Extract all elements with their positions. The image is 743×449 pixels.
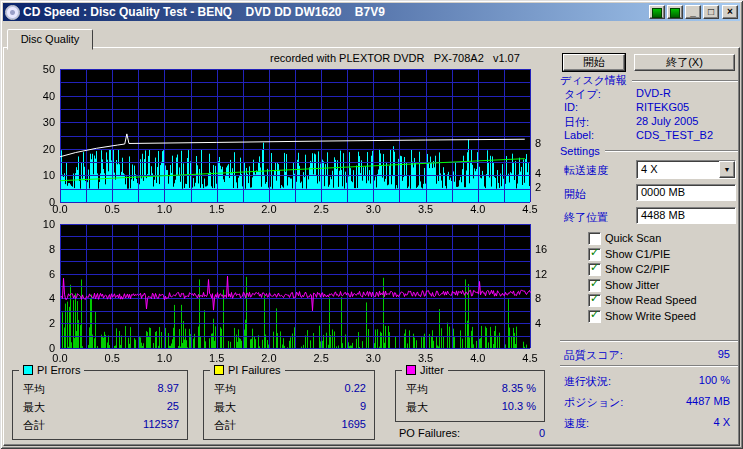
speed-label: 転送速度	[564, 163, 608, 178]
speed-status-value: 4 X	[560, 416, 730, 428]
speed-select[interactable]: 4 X ▼	[636, 160, 736, 179]
settings-header: Settings	[560, 145, 738, 157]
disc-info-header: ディスク情報	[560, 73, 738, 88]
checkbox-label: Quick Scan	[605, 232, 661, 244]
jitter-legend-box: Jitter 平均8.35 % 最大10.3 %	[395, 370, 545, 422]
po-failures-label: PO Failures:	[399, 427, 460, 439]
checkbox-box[interactable]: ✓	[588, 279, 601, 292]
check-icon: ✓	[590, 261, 599, 274]
settings-header-text: Settings	[560, 145, 600, 157]
disc-label-label: Label:	[564, 129, 594, 141]
checkbox-box[interactable]: ✓	[588, 310, 601, 323]
stat-label: 平均	[23, 382, 45, 397]
po-failures-value: 0	[539, 427, 545, 439]
stat-value: 25	[167, 400, 179, 412]
pi-failures-legend-box: PI Failures 平均0.22 最大9 合計1695	[203, 370, 375, 440]
separator	[560, 365, 738, 367]
app-cd-icon	[5, 5, 20, 20]
pi-failures-swatch	[214, 365, 224, 375]
exit-button[interactable]: 終了(X)	[634, 54, 735, 71]
disc-id-label: ID:	[564, 101, 578, 113]
check-icon: ✓	[590, 246, 599, 259]
checkbox-box[interactable]: ✓	[588, 263, 601, 276]
disc-id-value: RITEKG05	[636, 101, 689, 113]
pi-errors-swatch	[23, 365, 33, 375]
maximize-button[interactable]: □	[703, 5, 719, 19]
stat-value: 10.3 %	[502, 400, 536, 412]
position-value: 4487 MB	[560, 395, 730, 407]
jitter-swatch	[406, 365, 416, 375]
separator	[560, 340, 738, 342]
checkbox-box[interactable]: ✓	[588, 294, 601, 307]
disc-info-header-text: ディスク情報	[560, 73, 627, 88]
tab-disc-quality[interactable]: Disc Quality	[7, 29, 93, 50]
stat-value: 8.97	[158, 382, 179, 394]
window-title: CD Speed : Disc Quality Test - BENQ DVD …	[23, 3, 647, 21]
legend-title-text: Jitter	[420, 364, 444, 376]
stat-value: 1695	[342, 418, 366, 430]
titlebar-extra-icon-1[interactable]	[649, 5, 665, 19]
start-pos-input[interactable]: 0000 MB	[636, 184, 736, 201]
checkbox-label: Show Write Speed	[605, 310, 696, 322]
stat-value: 9	[360, 400, 366, 412]
pi-errors-legend-title: PI Errors	[19, 364, 84, 376]
stat-label: 平均	[214, 382, 236, 397]
legend-title-text: PI Errors	[37, 364, 80, 376]
legend-title-text: PI Failures	[228, 364, 281, 376]
progress-value: 100 %	[560, 374, 730, 386]
checkbox-box[interactable]: ✓	[588, 248, 601, 261]
checkbox-label: Show Read Speed	[605, 294, 697, 306]
end-pos-label: 終了位置	[564, 210, 608, 225]
titlebar-extra-icon-2[interactable]	[667, 5, 683, 19]
start-pos-label: 開始	[564, 187, 586, 202]
chevron-down-icon[interactable]: ▼	[719, 161, 735, 178]
stat-value: 112537	[143, 418, 179, 430]
disc-label-value: CDS_TEST_B2	[636, 129, 713, 141]
speed-select-value: 4 X	[641, 163, 658, 176]
checkbox-label: Show C1/PIE	[605, 248, 670, 260]
quality-score-value: 95	[560, 348, 730, 360]
jitter-legend-title: Jitter	[402, 364, 448, 376]
close-button[interactable]: ×	[722, 5, 738, 19]
green-grid-icon	[652, 8, 662, 18]
stat-label: 平均	[406, 382, 428, 397]
green-grid-icon	[670, 8, 680, 18]
minimize-button[interactable]: _	[685, 5, 701, 19]
checkbox-label: Show Jitter	[605, 279, 659, 291]
disc-date-label: 日付:	[564, 115, 589, 130]
checkbox-box[interactable]: ✓	[588, 232, 601, 245]
po-failures-row: PO Failures: 0	[399, 427, 545, 441]
pi-failures-jitter-chart	[6, 216, 559, 364]
app-window: CD Speed : Disc Quality Test - BENQ DVD …	[0, 0, 743, 449]
stat-value: 8.35 %	[502, 382, 536, 394]
check-icon: ✓	[590, 308, 599, 321]
checkbox-label: Show C2/PIF	[605, 263, 670, 275]
disc-type-label: タイプ:	[564, 87, 601, 102]
pi-errors-legend-box: PI Errors 平均8.97 最大25 合計112537	[12, 370, 188, 440]
check-icon: ✓	[590, 292, 599, 305]
stat-label: 最大	[406, 400, 428, 415]
disc-type-value: DVD-R	[636, 87, 671, 99]
start-button[interactable]: 開始	[563, 54, 625, 71]
titlebar[interactable]: CD Speed : Disc Quality Test - BENQ DVD …	[3, 3, 740, 21]
pi-errors-chart	[6, 63, 559, 215]
stat-label: 合計	[23, 418, 45, 433]
disc-date-value: 28 July 2005	[636, 115, 698, 127]
stat-label: 最大	[23, 400, 45, 415]
stat-value: 0.22	[345, 382, 366, 394]
stat-label: 合計	[214, 418, 236, 433]
pi-failures-legend-title: PI Failures	[210, 364, 285, 376]
stat-label: 最大	[214, 400, 236, 415]
end-pos-input[interactable]: 4488 MB	[636, 207, 736, 224]
check-icon: ✓	[590, 277, 599, 290]
